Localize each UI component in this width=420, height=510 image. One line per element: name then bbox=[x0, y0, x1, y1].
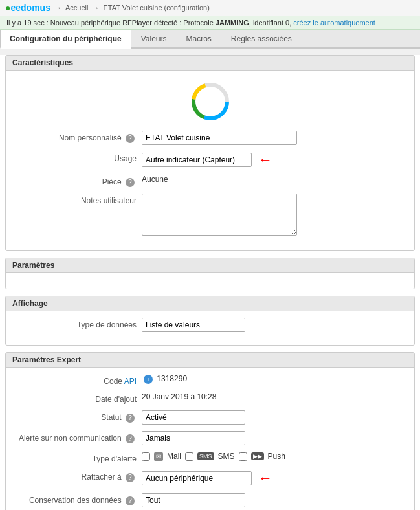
type-alerte-label: Type d'alerte bbox=[12, 452, 142, 463]
usage-label: Usage bbox=[12, 151, 142, 163]
code-api-row: Code API i 1318290 bbox=[12, 374, 408, 386]
rattacher-select[interactable]: Aucun périphérique bbox=[142, 471, 252, 485]
caracteristiques-form: Nom personnalisé ? Usage Autre indicateu… bbox=[6, 71, 414, 250]
statut-row: Statut ? Activé bbox=[12, 410, 408, 425]
tab-macros[interactable]: Macros bbox=[176, 30, 221, 47]
rattacher-control: Aucun périphérique ← bbox=[142, 470, 408, 487]
header: ●eedomus → Accueil → ETAT Volet cuisine … bbox=[0, 0, 420, 16]
alerte-control: Jamais bbox=[142, 431, 408, 445]
type-donnees-control: Liste de valeurs bbox=[142, 318, 408, 332]
piece-label: Pièce ? bbox=[12, 175, 142, 187]
piece-control: Aucune bbox=[142, 175, 408, 184]
rattacher-arrow: ← bbox=[258, 470, 272, 487]
parametres-expert-form: Code API i 1318290 Date d'ajout 20 Janv … bbox=[6, 368, 414, 510]
main-content: Caractéristiques Nom personnalisé ? bbox=[0, 55, 420, 510]
breadcrumb-sep-2: → bbox=[92, 4, 99, 12]
conservation-control: Tout bbox=[142, 493, 408, 507]
api-icon: i bbox=[144, 375, 153, 384]
push-label: Push bbox=[268, 452, 285, 461]
device-icon-container bbox=[12, 77, 408, 131]
notes-textarea[interactable] bbox=[142, 194, 297, 236]
conservation-select-wrapper: Tout bbox=[142, 493, 245, 507]
code-api-value: 1318290 bbox=[157, 371, 187, 383]
type-donnees-row: Type de données Liste de valeurs bbox=[12, 318, 408, 332]
conservation-select[interactable]: Tout bbox=[142, 493, 245, 507]
type-donnees-label: Type de données bbox=[12, 318, 142, 329]
piece-help-icon[interactable]: ? bbox=[126, 178, 135, 187]
statut-select-wrapper: Activé bbox=[142, 410, 245, 425]
breadcrumb-page: ETAT Volet cuisine (configuration) bbox=[103, 4, 209, 12]
piece-row: Pièce ? Aucune bbox=[12, 175, 408, 187]
date-ajout-label: Date d'ajout bbox=[12, 392, 142, 404]
usage-select-wrapper: Autre indicateur (Capteur) bbox=[142, 153, 252, 167]
alerte-row: Alerte sur non communication ? Jamais bbox=[12, 431, 408, 445]
section-parametres-expert-header: Paramètres Expert bbox=[6, 353, 414, 368]
affichage-form: Type de données Liste de valeurs bbox=[6, 311, 414, 345]
breadcrumb-accueil[interactable]: Accueil bbox=[65, 4, 88, 12]
section-caracteristiques-header: Caractéristiques bbox=[6, 56, 414, 71]
date-ajout-control: 20 Janv 2019 à 10:28 bbox=[142, 392, 408, 401]
date-ajout-row: Date d'ajout 20 Janv 2019 à 10:28 bbox=[12, 392, 408, 404]
statut-label: Statut ? bbox=[12, 410, 142, 423]
breadcrumb-sep-1: → bbox=[54, 4, 61, 12]
mail-label: Mail bbox=[167, 452, 181, 461]
logo: ●eedomus bbox=[5, 3, 50, 13]
usage-arrow: ← bbox=[258, 151, 272, 168]
tab-configuration[interactable]: Configuration du périphérique bbox=[0, 30, 131, 49]
mail-checkbox[interactable] bbox=[142, 452, 150, 461]
device-icon bbox=[191, 82, 230, 121]
section-parametres: Paramètres bbox=[5, 258, 415, 289]
conservation-help-icon[interactable]: ? bbox=[126, 496, 135, 505]
usage-row: Usage Autre indicateur (Capteur) ← bbox=[12, 151, 408, 168]
section-affichage-header: Affichage bbox=[6, 296, 414, 311]
alerte-label: Alerte sur non communication ? bbox=[12, 431, 142, 443]
svg-point-4 bbox=[199, 90, 222, 113]
push-checkbox[interactable] bbox=[239, 452, 247, 461]
usage-control: Autre indicateur (Capteur) ← bbox=[142, 151, 408, 168]
nom-help-icon[interactable]: ? bbox=[126, 134, 135, 143]
nom-row: Nom personnalisé ? bbox=[12, 131, 408, 145]
section-parametres-expert: Paramètres Expert Code API i 1318290 Dat… bbox=[5, 352, 415, 510]
alerte-select-wrapper: Jamais bbox=[142, 431, 245, 445]
nom-input[interactable] bbox=[142, 131, 297, 145]
type-alerte-row: Type d'alerte ✉ Mail SMS SMS ▶▶ Push bbox=[12, 452, 408, 463]
section-caracteristiques: Caractéristiques Nom personnalisé ? bbox=[5, 55, 415, 251]
section-affichage: Affichage Type de données Liste de valeu… bbox=[5, 296, 415, 346]
tab-valeurs[interactable]: Valeurs bbox=[131, 30, 177, 47]
sms-checkbox[interactable] bbox=[185, 452, 193, 461]
code-api-control: i 1318290 bbox=[142, 374, 408, 384]
statut-control: Activé bbox=[142, 410, 408, 425]
sms-label: SMS bbox=[218, 452, 235, 461]
push-icon: ▶▶ bbox=[251, 452, 264, 460]
notes-row: Notes utilisateur bbox=[12, 194, 408, 238]
piece-value: Aucune bbox=[142, 172, 168, 184]
type-alerte-control: ✉ Mail SMS SMS ▶▶ Push bbox=[142, 452, 408, 461]
nom-control bbox=[142, 131, 408, 145]
code-api-label: Code API bbox=[12, 374, 142, 386]
tab-regles[interactable]: Règles associées bbox=[221, 30, 302, 47]
statut-select[interactable]: Activé bbox=[142, 410, 245, 425]
rattacher-row: Rattacher à ? Aucun périphérique ← bbox=[12, 470, 408, 487]
alerte-help-icon[interactable]: ? bbox=[126, 434, 135, 443]
rattacher-select-wrapper: Aucun périphérique bbox=[142, 471, 252, 485]
notes-label: Notes utilisateur bbox=[12, 194, 142, 205]
usage-select[interactable]: Autre indicateur (Capteur) bbox=[142, 153, 252, 167]
conservation-label: Conservation des données ? bbox=[12, 493, 142, 505]
alert-text: Il y a 19 sec : Nouveau périphérique RFP… bbox=[6, 19, 375, 27]
date-ajout-value: 20 Janv 2019 à 10:28 bbox=[142, 390, 216, 401]
alerte-checkboxes: ✉ Mail SMS SMS ▶▶ Push bbox=[142, 452, 408, 461]
tab-bar: Configuration du périphérique Valeurs Ma… bbox=[0, 30, 420, 49]
sms-icon: SMS bbox=[197, 452, 214, 460]
mail-icon: ✉ bbox=[154, 452, 163, 461]
rattacher-help-icon[interactable]: ? bbox=[126, 473, 135, 482]
statut-help-icon[interactable]: ? bbox=[126, 414, 135, 423]
parametres-empty bbox=[6, 273, 414, 289]
nom-label: Nom personnalisé ? bbox=[12, 131, 142, 143]
alert-bar: Il y a 19 sec : Nouveau périphérique RFP… bbox=[0, 16, 420, 30]
rattacher-label: Rattacher à ? bbox=[12, 470, 142, 482]
type-donnees-select[interactable]: Liste de valeurs bbox=[142, 318, 245, 332]
alert-link[interactable]: créez le automatiquement bbox=[293, 19, 375, 27]
conservation-row: Conservation des données ? Tout bbox=[12, 493, 408, 507]
alerte-select[interactable]: Jamais bbox=[142, 431, 245, 445]
section-parametres-header: Paramètres bbox=[6, 258, 414, 273]
